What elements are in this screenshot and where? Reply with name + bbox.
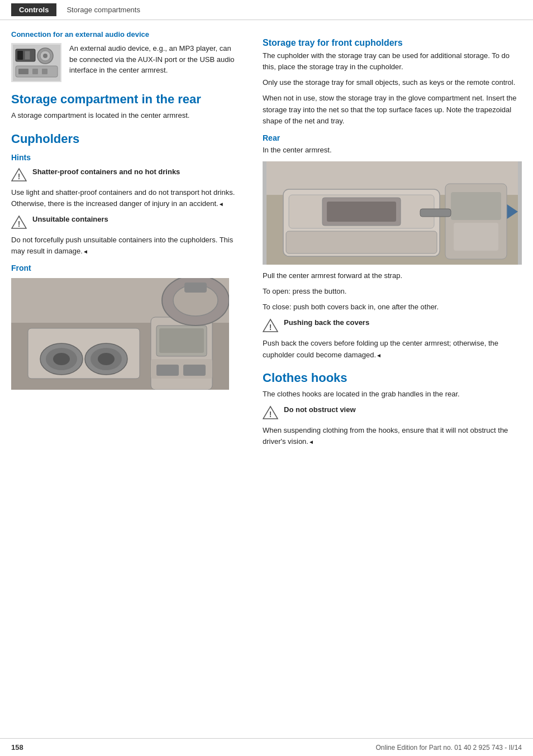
svg-rect-9 <box>32 69 38 74</box>
warning-4-text: When suspending clothing from the hooks,… <box>263 425 522 447</box>
rear-text: In the center armrest. <box>263 145 522 156</box>
storage-tray-text3: When not in use, stow the storage tray i… <box>263 93 522 126</box>
svg-rect-43 <box>454 223 498 251</box>
rear-armrest-svg <box>263 161 522 265</box>
svg-text:!: ! <box>269 410 272 419</box>
storage-rear-text: A storage compartment is located in the … <box>11 110 240 121</box>
warning-3-content: Pushing back the covers <box>284 317 369 328</box>
warning-block-3: ! Pushing back the covers <box>263 317 522 333</box>
cupholders-heading: Cupholders <box>11 132 240 146</box>
open-text: To open: press the button. <box>263 286 522 297</box>
connection-description: An external audio device, e.g., an MP3 p… <box>69 43 240 82</box>
warning-icon-4: ! <box>263 405 278 420</box>
warning-block-4: ! Do not obstruct view <box>263 404 522 420</box>
rear-armrest-image <box>263 161 522 265</box>
svg-text:!: ! <box>269 323 272 332</box>
hints-heading: Hints <box>11 153 240 162</box>
warning-icon-3: ! <box>263 318 278 333</box>
left-column: Connection for an external audio device <box>11 30 257 452</box>
warning-2-text: Do not forcefully push unsuitable contai… <box>11 235 240 257</box>
connection-image <box>11 43 61 82</box>
svg-rect-42 <box>451 192 501 220</box>
page-header: Controls Storage compartments <box>0 0 533 20</box>
warning-icon-1: ! <box>11 167 27 183</box>
svg-point-23 <box>98 353 115 365</box>
storage-tray-text2: Only use the storage tray for small obje… <box>263 77 522 88</box>
storage-tray-text1: The cupholder with the storage tray can … <box>263 50 522 73</box>
warning-4-content: Do not obstruct view <box>284 404 356 415</box>
rear-heading: Rear <box>263 133 522 142</box>
svg-rect-3 <box>25 51 30 60</box>
svg-rect-44 <box>420 209 451 217</box>
warning-3-text: Push back the covers before folding up t… <box>263 338 522 360</box>
connection-heading: Connection for an external audio device <box>11 30 240 39</box>
svg-rect-2 <box>17 51 23 60</box>
svg-rect-38 <box>327 202 396 222</box>
svg-rect-39 <box>286 231 437 253</box>
svg-text:!: ! <box>18 172 21 181</box>
warning-block-1: ! Shatter-proof containers and no hot dr… <box>11 166 240 183</box>
svg-rect-26 <box>159 328 204 353</box>
svg-rect-29 <box>183 365 206 376</box>
pull-text: Pull the center armrest forward at the s… <box>263 270 522 281</box>
warning-icon-2: ! <box>11 214 27 230</box>
warning-block-2: ! Unsuitable containers <box>11 214 240 230</box>
warning-2-title: Unsuitable containers <box>32 215 108 223</box>
connection-block: An external audio device, e.g., an MP3 p… <box>11 43 240 82</box>
edition-text: Online Edition for Part no. 01 40 2 925 … <box>375 744 522 752</box>
svg-rect-32 <box>184 283 207 293</box>
page-number: 158 <box>11 743 23 752</box>
clothes-hooks-heading: Clothes hooks <box>263 371 522 385</box>
front-heading: Front <box>11 264 240 272</box>
page-content: Connection for an external audio device <box>0 20 533 458</box>
svg-rect-28 <box>156 365 179 376</box>
svg-point-6 <box>43 54 47 58</box>
svg-point-20 <box>53 353 70 365</box>
storage-tray-heading: Storage tray for front cupholders <box>263 38 522 48</box>
warning-3-title: Pushing back the covers <box>284 318 369 327</box>
front-cupholder-svg <box>11 278 229 390</box>
svg-text:!: ! <box>18 219 21 228</box>
header-storage-label: Storage compartments <box>66 6 140 14</box>
front-cupholder-image <box>11 278 229 390</box>
warning-1-title: Shatter-proof containers and no hot drin… <box>32 168 180 176</box>
clothes-hooks-text: The clothes hooks are located in the gra… <box>263 389 522 400</box>
connection-device-svg <box>13 45 60 81</box>
warning-2-content: Unsuitable containers <box>32 214 108 225</box>
warning-4-title: Do not obstruct view <box>284 405 356 414</box>
warning-1-text: Use light and shatter-proof containers a… <box>11 187 240 209</box>
page-footer: 158 Online Edition for Part no. 01 40 2 … <box>0 738 533 756</box>
header-controls-tab: Controls <box>11 3 56 16</box>
warning-1-content: Shatter-proof containers and no hot drin… <box>32 166 180 178</box>
svg-rect-10 <box>42 69 47 74</box>
close-text: To close: push both covers back in, one … <box>263 302 522 313</box>
storage-rear-heading: Storage compartment in the rear <box>11 92 240 107</box>
right-column: Storage tray for front cupholders The cu… <box>257 30 522 452</box>
svg-rect-8 <box>18 69 28 74</box>
